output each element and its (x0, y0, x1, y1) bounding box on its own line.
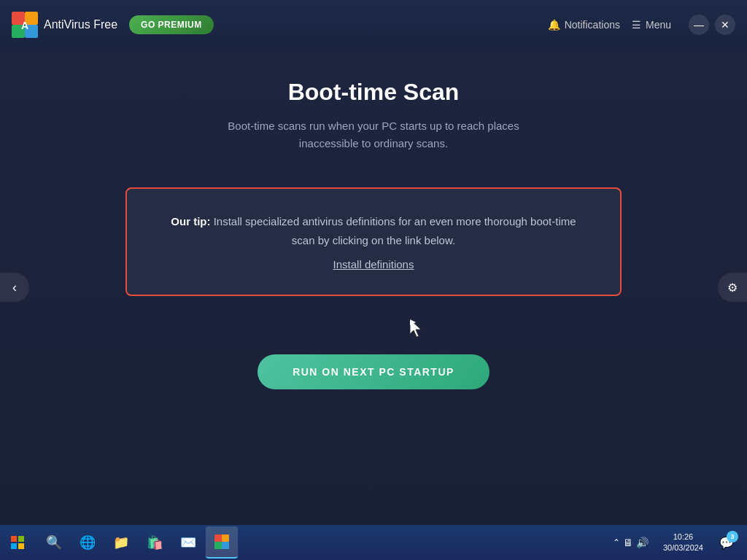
page-content: Boot-time Scan Boot-time scans run when … (0, 50, 747, 419)
taskbar-icons: 🔍 🌐 📁 🛍️ ✉️ (35, 526, 241, 559)
clock-time: 10:26 (673, 532, 694, 542)
tip-bold-prefix: Our tip: (171, 215, 210, 228)
tip-box: Our tip: Install specialized antivirus d… (125, 187, 622, 296)
svg-rect-11 (222, 534, 229, 542)
taskbar-clock[interactable]: 10:26 30/03/2024 (657, 525, 709, 560)
title-bar-right: 🔔 Notifications ☰ Menu — ✕ (548, 15, 735, 35)
taskbar-edge[interactable]: 🌐 (71, 526, 104, 559)
minimize-button[interactable]: — (689, 15, 709, 35)
speaker-icon: 🔊 (636, 537, 649, 548)
back-button[interactable]: ‹ (0, 273, 29, 302)
svg-rect-10 (214, 534, 222, 542)
tip-text: Our tip: Install specialized antivirus d… (162, 212, 585, 249)
taskbar-search[interactable]: 🔍 (38, 526, 70, 559)
page-title: Boot-time Scan (288, 79, 460, 106)
window-controls: — ✕ (689, 15, 735, 35)
search-icon: 🔍 (46, 534, 62, 551)
menu-icon: ☰ (632, 19, 641, 31)
svg-rect-9 (18, 543, 24, 549)
chevron-up-icon: ⌃ (613, 537, 620, 548)
close-button[interactable]: ✕ (715, 15, 735, 35)
clock-date: 30/03/2024 (663, 542, 703, 553)
svg-rect-8 (11, 543, 17, 549)
menu-button[interactable]: ☰ Menu (632, 19, 671, 31)
notification-badge: 3 (727, 531, 738, 542)
svg-rect-6 (11, 536, 17, 542)
avg-logo: A AntiVirus Free (12, 12, 117, 38)
taskbar-right: ⌃ 🖥 🔊 10:26 30/03/2024 💬 3 (607, 525, 747, 560)
network-icon: 🖥 (623, 537, 633, 548)
install-definitions-link[interactable]: Install definitions (333, 258, 414, 271)
taskbar-explorer[interactable]: 📁 (105, 526, 137, 559)
notifications-button[interactable]: 🔔 Notifications (548, 19, 620, 31)
bell-icon: 🔔 (548, 19, 560, 31)
folder-icon: 📁 (113, 534, 129, 551)
back-icon: ‹ (12, 280, 17, 295)
taskbar: 🔍 🌐 📁 🛍️ ✉️ ⌃ (0, 525, 747, 560)
avg-window: A AntiVirus Free GO PREMIUM 🔔 Notificati… (0, 0, 747, 525)
svg-rect-13 (222, 542, 229, 549)
svg-text:A: A (21, 20, 28, 31)
main-content: ‹ ⚙ Boot-time Scan Boot-time scans run w… (0, 50, 747, 525)
taskbar-notification-area[interactable]: 💬 3 (712, 525, 741, 560)
system-tray[interactable]: ⌃ 🖥 🔊 (607, 525, 654, 560)
avg-taskbar-icon (214, 534, 229, 549)
title-bar: A AntiVirus Free GO PREMIUM 🔔 Notificati… (0, 0, 747, 50)
app-name: AntiVirus Free (44, 18, 117, 31)
store-icon: 🛍️ (147, 534, 163, 551)
mail-icon: ✉️ (180, 534, 196, 551)
page-subtitle: Boot-time scans run when your PC starts … (228, 117, 519, 152)
svg-rect-7 (18, 536, 24, 542)
svg-rect-12 (214, 542, 222, 549)
run-button[interactable]: RUN ON NEXT PC STARTUP (258, 354, 489, 389)
taskbar-mail[interactable]: ✉️ (172, 526, 204, 559)
tip-body: Install specialized antivirus definition… (211, 215, 576, 246)
start-button[interactable] (0, 525, 35, 560)
avg-logo-icon: A (12, 12, 38, 38)
settings-button[interactable]: ⚙ (718, 273, 747, 302)
taskbar-avg[interactable] (206, 526, 238, 559)
premium-button[interactable]: GO PREMIUM (129, 15, 214, 34)
taskbar-store[interactable]: 🛍️ (139, 526, 171, 559)
gear-icon: ⚙ (727, 281, 738, 295)
edge-icon: 🌐 (80, 534, 96, 551)
